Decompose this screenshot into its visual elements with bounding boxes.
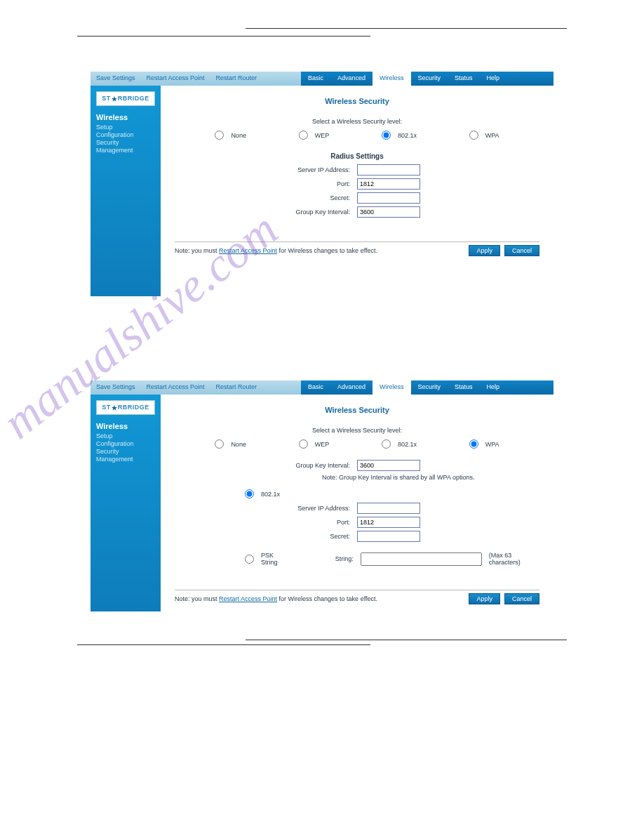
radio-none-label: None: [231, 441, 246, 448]
rule-top-left: [77, 36, 370, 37]
radio-8021x-label: 802.1x: [398, 441, 417, 448]
radio-wpa-label: WPA: [485, 132, 499, 139]
screenshot-1: Save Settings Restart Access Point Resta…: [90, 72, 554, 296]
radio-wpa-label: WPA: [485, 441, 499, 448]
tab-security[interactable]: Security: [411, 380, 448, 395]
rule-bottom-left: [77, 644, 370, 645]
sidebar: STRBRIDGE Wireless Setup Configuration S…: [90, 395, 161, 611]
sidebar-item-setup[interactable]: Setup: [96, 432, 155, 439]
radio-none-label: None: [231, 132, 246, 139]
input-port[interactable]: [357, 517, 420, 528]
radio-wep[interactable]: [299, 131, 308, 140]
tab-security[interactable]: Security: [411, 72, 448, 86]
label-port: Port:: [175, 180, 357, 187]
sidebar-title: Wireless: [96, 113, 155, 121]
sidebar-item-security[interactable]: Security: [96, 448, 155, 455]
top-nav-left: Save Settings Restart Access Point Resta…: [90, 380, 301, 395]
input-server-ip[interactable]: [357, 503, 420, 514]
tab-wireless[interactable]: Wireless: [373, 380, 411, 395]
radio-wep[interactable]: [299, 439, 308, 449]
link-restart-router[interactable]: Restart Router: [210, 72, 263, 86]
footer-note: Note: you must Restart Access Point for …: [175, 247, 464, 254]
sidebar-item-configuration[interactable]: Configuration: [96, 440, 155, 447]
radio-none[interactable]: [215, 439, 224, 449]
psk-hint: (Max 63 characters): [489, 552, 539, 566]
apply-button[interactable]: Apply: [469, 245, 500, 256]
label-group-key-interval: Group Key Interval:: [175, 462, 357, 469]
input-psk-string[interactable]: [361, 552, 482, 566]
main-panel: Wireless Security Select a Wireless Secu…: [161, 86, 554, 296]
top-nav-right: Basic Advanced Wireless Security Status …: [301, 72, 554, 86]
sidebar: STRBRIDGE Wireless Setup Configuration S…: [90, 86, 161, 296]
label-group-key-interval: Group Key Interval:: [175, 208, 357, 216]
label-secret: Secret:: [175, 194, 357, 201]
gki-note: Note: Group Key Interval is shared by al…: [322, 474, 490, 481]
link-restart-ap[interactable]: Restart Access Point: [141, 72, 210, 86]
sidebar-title: Wireless: [96, 422, 155, 430]
tab-advanced[interactable]: Advanced: [330, 72, 373, 86]
label-secret: Secret:: [175, 533, 357, 540]
rule-top-right: [246, 28, 567, 29]
brand-logo: STRBRIDGE: [96, 400, 155, 415]
top-nav-left: Save Settings Restart Access Point Resta…: [90, 72, 301, 86]
sidebar-item-management[interactable]: Management: [96, 456, 155, 463]
label-psk-string: String:: [335, 555, 354, 562]
footer-note: Note: you must Restart Access Point for …: [175, 595, 464, 602]
radio-wep-label: WEP: [315, 441, 330, 448]
input-port[interactable]: [357, 178, 420, 190]
cancel-button[interactable]: Cancel: [504, 245, 539, 256]
radio-none[interactable]: [215, 131, 224, 140]
input-server-ip[interactable]: [357, 164, 420, 176]
link-restart-ap[interactable]: Restart Access Point: [141, 380, 210, 395]
link-restart-ap-inline[interactable]: Restart Access Point: [219, 595, 277, 602]
radio-psk[interactable]: [245, 555, 254, 564]
link-restart-router[interactable]: Restart Router: [210, 380, 263, 395]
tab-advanced[interactable]: Advanced: [330, 380, 373, 395]
radio-wpa[interactable]: [469, 131, 478, 140]
input-secret[interactable]: [357, 531, 420, 542]
main-panel: Wireless Security Select a Wireless Secu…: [161, 395, 554, 611]
radio-8021x[interactable]: [382, 439, 391, 449]
tab-help[interactable]: Help: [480, 380, 507, 395]
label-port: Port:: [175, 519, 357, 526]
page-subtitle: Select a Wireless Security level:: [175, 118, 539, 125]
sidebar-item-security[interactable]: Security: [96, 139, 155, 146]
input-group-key-interval[interactable]: [357, 460, 420, 471]
label-server-ip: Server IP Address:: [175, 166, 357, 173]
radio-wpa[interactable]: [469, 439, 478, 449]
tab-status[interactable]: Status: [448, 72, 480, 86]
radio-wep-label: WEP: [315, 132, 330, 139]
page-title: Wireless Security: [175, 97, 539, 105]
label-server-ip: Server IP Address:: [175, 505, 357, 512]
apply-button[interactable]: Apply: [469, 593, 500, 604]
radio-wpa-8021x-label: 802.1x: [261, 491, 280, 498]
brand-logo: STRBRIDGE: [96, 91, 155, 106]
link-save-settings[interactable]: Save Settings: [90, 72, 141, 86]
tab-help[interactable]: Help: [480, 72, 507, 86]
star-icon: [111, 95, 118, 102]
link-restart-ap-inline[interactable]: Restart Access Point: [219, 247, 277, 254]
security-level-row: None WEP 802.1x WPA: [175, 131, 539, 148]
top-nav: Save Settings Restart Access Point Resta…: [90, 72, 554, 86]
tab-basic[interactable]: Basic: [301, 380, 330, 395]
cancel-button[interactable]: Cancel: [504, 593, 539, 604]
radio-8021x[interactable]: [382, 131, 391, 140]
radio-wpa-8021x[interactable]: [245, 489, 254, 498]
tab-wireless[interactable]: Wireless: [373, 72, 411, 86]
sidebar-item-setup[interactable]: Setup: [96, 124, 155, 131]
tab-basic[interactable]: Basic: [301, 72, 330, 86]
rule-bottom-right: [246, 640, 567, 640]
top-nav: Save Settings Restart Access Point Resta…: [90, 380, 554, 395]
radio-8021x-label: 802.1x: [398, 132, 417, 139]
tab-status[interactable]: Status: [448, 380, 480, 395]
page-title: Wireless Security: [175, 406, 539, 414]
link-save-settings[interactable]: Save Settings: [90, 380, 141, 395]
screenshot-2: Save Settings Restart Access Point Resta…: [90, 380, 554, 611]
top-nav-right: Basic Advanced Wireless Security Status …: [301, 380, 554, 395]
input-secret[interactable]: [357, 192, 420, 204]
radio-psk-label: PSK String: [261, 552, 289, 566]
sidebar-item-configuration[interactable]: Configuration: [96, 131, 155, 138]
input-group-key-interval[interactable]: [357, 206, 420, 218]
sidebar-item-management[interactable]: Management: [96, 147, 155, 154]
page-subtitle: Select a Wireless Security level:: [175, 427, 539, 434]
